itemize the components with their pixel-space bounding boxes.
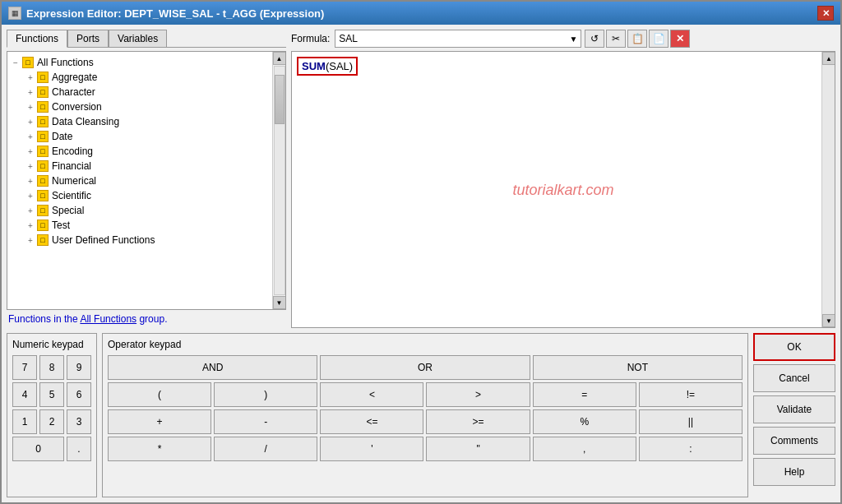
tab-variables[interactable]: Variables bbox=[109, 30, 167, 47]
info-link[interactable]: All Functions bbox=[80, 313, 136, 325]
formula-dropdown[interactable]: SAL ▼ bbox=[335, 30, 581, 48]
key-colon[interactable]: : bbox=[639, 437, 743, 461]
tree-label-special: Special bbox=[52, 205, 84, 216]
key-4[interactable]: 4 bbox=[12, 382, 37, 407]
left-panel: Functions Ports Variables − □ All Functi… bbox=[7, 30, 286, 328]
key-lte[interactable]: <= bbox=[320, 409, 423, 434]
tree-item-scientific[interactable]: + □ Scientific bbox=[7, 188, 272, 203]
key-3[interactable]: 3 bbox=[67, 409, 91, 434]
key-0[interactable]: 0 bbox=[12, 437, 64, 461]
expander-encoding[interactable]: + bbox=[24, 145, 37, 158]
scrollbar-up-button[interactable]: ▲ bbox=[273, 52, 286, 65]
tree-item-data-cleansing[interactable]: + □ Data Cleansing bbox=[7, 114, 272, 129]
paste-button[interactable]: 📄 bbox=[649, 30, 669, 48]
key-and[interactable]: AND bbox=[108, 355, 317, 380]
key-percent[interactable]: % bbox=[533, 409, 636, 434]
tree-item-all-functions[interactable]: − □ All Functions bbox=[7, 55, 272, 70]
expander-numerical[interactable]: + bbox=[24, 174, 37, 187]
tree-label-conversion: Conversion bbox=[52, 101, 102, 113]
tree-item-numerical[interactable]: + □ Numerical bbox=[7, 173, 272, 188]
expander-character[interactable]: + bbox=[24, 86, 37, 99]
folder-icon-conversion: □ bbox=[37, 101, 49, 113]
key-8[interactable]: 8 bbox=[39, 355, 64, 380]
tree-item-financial[interactable]: + □ Financial bbox=[7, 159, 272, 173]
key-or-pipes[interactable]: || bbox=[639, 409, 743, 434]
expander-scientific[interactable]: + bbox=[24, 189, 37, 202]
expander-aggregate[interactable]: + bbox=[24, 71, 37, 84]
expander-test[interactable]: + bbox=[24, 219, 37, 232]
key-dot[interactable]: . bbox=[67, 437, 91, 461]
key-neq[interactable]: != bbox=[639, 382, 743, 407]
key-plus[interactable]: + bbox=[108, 409, 211, 434]
tree-item-date[interactable]: + □ Date bbox=[7, 129, 272, 144]
tree-item-aggregate[interactable]: + □ Aggregate bbox=[7, 70, 272, 85]
key-lt[interactable]: < bbox=[320, 382, 423, 407]
key-minus[interactable]: - bbox=[214, 409, 317, 434]
key-single-quote[interactable]: ' bbox=[320, 437, 423, 461]
help-button[interactable]: Help bbox=[753, 458, 835, 486]
key-2[interactable]: 2 bbox=[39, 409, 64, 434]
tab-functions[interactable]: Functions bbox=[7, 30, 67, 48]
ok-button[interactable]: OK bbox=[753, 333, 835, 361]
key-not[interactable]: NOT bbox=[533, 355, 743, 380]
expander-special[interactable]: + bbox=[24, 204, 37, 217]
tree-item-user-defined[interactable]: + □ User Defined Functions bbox=[7, 233, 272, 247]
key-or[interactable]: OR bbox=[320, 355, 530, 380]
folder-icon-scientific: □ bbox=[37, 190, 49, 201]
key-divide[interactable]: / bbox=[214, 437, 317, 461]
scrollbar-down-button[interactable]: ▼ bbox=[273, 296, 286, 309]
tree-item-conversion[interactable]: + □ Conversion bbox=[7, 99, 272, 114]
key-double-quote[interactable]: " bbox=[426, 437, 530, 461]
folder-icon-special: □ bbox=[37, 205, 49, 216]
tree-list[interactable]: − □ All Functions + □ Aggregate + □ bbox=[7, 52, 272, 309]
key-eq[interactable]: = bbox=[533, 382, 636, 407]
tree-item-encoding[interactable]: + □ Encoding bbox=[7, 144, 272, 159]
tab-ports[interactable]: Ports bbox=[67, 30, 109, 47]
folder-icon-data-cleansing: □ bbox=[37, 116, 49, 127]
operator-keypad: Operator keypad AND OR NOT ( ) < bbox=[102, 333, 748, 497]
action-buttons: OK Cancel Validate Comments Help bbox=[753, 333, 835, 497]
validate-button[interactable]: Validate bbox=[753, 395, 835, 423]
key-close-paren[interactable]: ) bbox=[214, 382, 317, 407]
formula-scrollbar-down[interactable]: ▼ bbox=[822, 314, 835, 327]
key-comma[interactable]: , bbox=[533, 437, 636, 461]
clear-button[interactable]: ✕ bbox=[670, 30, 690, 48]
tree-label-date: Date bbox=[52, 131, 72, 142]
cancel-button[interactable]: Cancel bbox=[753, 364, 835, 392]
scrollbar-thumb[interactable] bbox=[275, 75, 285, 124]
key-gt[interactable]: > bbox=[426, 382, 530, 407]
cut-button[interactable]: ✂ bbox=[606, 30, 626, 48]
formula-scrollbar-up[interactable]: ▲ bbox=[822, 52, 835, 65]
info-text: Functions in the All Functions group. bbox=[7, 310, 286, 328]
expander-conversion[interactable]: + bbox=[24, 100, 37, 113]
key-6[interactable]: 6 bbox=[67, 382, 91, 407]
app-icon: ▦ bbox=[8, 7, 21, 20]
key-5[interactable]: 5 bbox=[39, 382, 64, 407]
reset-button[interactable]: ↺ bbox=[585, 30, 604, 48]
tree-item-special[interactable]: + □ Special bbox=[7, 203, 272, 218]
tree-label-user-defined: User Defined Functions bbox=[52, 234, 155, 246]
window-close-button[interactable]: ✕ bbox=[817, 6, 834, 21]
copy-button[interactable]: 📋 bbox=[627, 30, 647, 48]
expander-user-defined[interactable]: + bbox=[24, 234, 37, 247]
tree-label-all-functions: All Functions bbox=[37, 57, 94, 68]
key-multiply[interactable]: * bbox=[108, 437, 211, 461]
expander-date[interactable]: + bbox=[24, 130, 37, 143]
key-7[interactable]: 7 bbox=[12, 355, 37, 380]
key-gte[interactable]: >= bbox=[426, 409, 530, 434]
key-open-paren[interactable]: ( bbox=[108, 382, 211, 407]
key-9[interactable]: 9 bbox=[67, 355, 91, 380]
dropdown-arrow-icon: ▼ bbox=[569, 35, 577, 44]
tabs-bar: Functions Ports Variables bbox=[7, 30, 286, 48]
tree-item-test[interactable]: + □ Test bbox=[7, 218, 272, 233]
formula-editor[interactable]: SUM(SAL) tutorialkart.com ▲ ▼ bbox=[291, 51, 835, 328]
tree-label-encoding: Encoding bbox=[52, 146, 93, 157]
formula-label: Formula: bbox=[291, 33, 330, 44]
expander-data-cleansing[interactable]: + bbox=[24, 115, 37, 128]
expander-financial[interactable]: + bbox=[24, 160, 37, 173]
tree-item-character[interactable]: + □ Character bbox=[7, 85, 272, 99]
expander-all-functions[interactable]: − bbox=[9, 56, 22, 69]
key-1[interactable]: 1 bbox=[12, 409, 37, 434]
comments-button[interactable]: Comments bbox=[753, 427, 835, 455]
numeric-keypad-title: Numeric keypad bbox=[12, 339, 91, 350]
